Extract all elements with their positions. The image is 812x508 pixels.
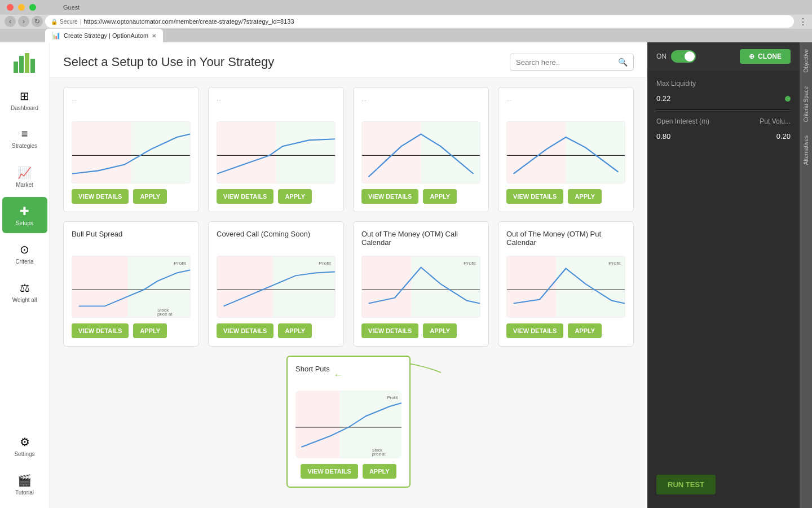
- apply-button-otm-put-calendar[interactable]: APPLY: [568, 323, 602, 338]
- strategy-card-top-1: ... VIEW DETAILS APPLY: [63, 87, 199, 212]
- svg-text:price at: price at: [157, 312, 173, 317]
- svg-rect-1: [19, 56, 24, 73]
- svg-rect-35: [295, 391, 339, 458]
- svg-rect-13: [507, 122, 566, 183]
- card-actions-top-3: VIEW DETAILS APPLY: [361, 189, 480, 204]
- card-chart-covered-call: Profit: [217, 256, 336, 318]
- svg-text:Profit: Profit: [608, 260, 621, 265]
- strategies-icon: ≡: [21, 128, 28, 141]
- close-window-btn[interactable]: [7, 4, 14, 11]
- open-interest-label: Open Interest (m): [656, 117, 709, 125]
- view-details-button-top-4[interactable]: VIEW DETAILS: [506, 189, 563, 204]
- tab-close-button[interactable]: ✕: [152, 33, 156, 39]
- secure-label: Secure: [60, 19, 78, 25]
- back-button[interactable]: ‹: [5, 16, 16, 27]
- dashboard-icon: ⊞: [20, 89, 29, 103]
- card-title-covered-call: Covered Call (Coming Soon): [217, 230, 336, 250]
- strategy-card-bull-put-spread: Bull Put Spread Profit Stock price at: [63, 221, 199, 347]
- sidebar-label-dashboard: Dashboard: [11, 105, 38, 111]
- strategy-card-top-3: ... VIEW DETAILS APPLY: [353, 87, 489, 212]
- apply-button-covered-call[interactable]: APPLY: [278, 323, 312, 338]
- run-test-button[interactable]: RUN TEST: [656, 475, 716, 494]
- strategy-card-otm-call-calendar: Out of The Money (OTM) Call Calendar Pro…: [353, 221, 489, 347]
- view-details-button-bull-put-spread[interactable]: VIEW DETAILS: [72, 323, 129, 338]
- search-bar[interactable]: 🔍: [510, 54, 634, 71]
- sidebar-item-market[interactable]: 📈 Market: [2, 159, 47, 195]
- guest-label: Guest: [63, 4, 80, 11]
- view-details-button-covered-call[interactable]: VIEW DETAILS: [217, 323, 273, 338]
- strategy-card-otm-put-calendar: Out of The Money (OTM) Put Calendar Prof…: [498, 221, 634, 347]
- clone-button[interactable]: ⊕ CLONE: [740, 49, 791, 64]
- search-input[interactable]: [516, 58, 614, 67]
- side-label-criteria-space[interactable]: Criteria Space: [803, 80, 809, 129]
- put-volume-value: 0.20: [776, 132, 791, 141]
- card-title-short-puts: Short Puts: [295, 365, 330, 385]
- apply-button-top-2[interactable]: APPLY: [278, 189, 312, 204]
- setups-icon: ✚: [20, 204, 29, 218]
- clone-icon: ⊕: [749, 52, 754, 60]
- apply-button-otm-call-calendar[interactable]: APPLY: [423, 323, 457, 338]
- forward-button[interactable]: ›: [18, 16, 29, 27]
- svg-rect-14: [566, 122, 625, 183]
- sidebar-item-weightall[interactable]: ⚖ Weight all: [2, 274, 47, 310]
- svg-rect-30: [507, 256, 556, 317]
- card-chart-bull-put-spread: Profit Stock price at: [72, 256, 191, 318]
- view-details-button-otm-call-calendar[interactable]: VIEW DETAILS: [361, 323, 418, 338]
- market-icon: 📈: [17, 166, 32, 179]
- svg-rect-3: [30, 59, 35, 73]
- svg-rect-2: [25, 53, 29, 73]
- put-volume-label: Put Volu...: [760, 117, 791, 125]
- sidebar-item-dashboard[interactable]: ⊞ Dashboard: [2, 82, 47, 118]
- svg-rect-36: [339, 391, 401, 458]
- browser-tab[interactable]: 📊 Create Strategy | OptionAutom... ✕: [45, 29, 163, 42]
- minimize-window-btn[interactable]: [18, 4, 25, 11]
- side-label-objective[interactable]: Objective: [803, 42, 809, 80]
- apply-button-bull-put-spread[interactable]: APPLY: [133, 323, 167, 338]
- panel-divider-1: [656, 110, 791, 111]
- view-details-button-short-puts[interactable]: VIEW DETAILS: [301, 464, 358, 479]
- url-text: https://www.optonautomator.com/member/cr…: [83, 18, 294, 25]
- refresh-button[interactable]: ↻: [32, 16, 43, 27]
- svg-rect-22: [217, 256, 273, 317]
- sidebar-item-settings[interactable]: ⚙ Settings: [2, 428, 47, 464]
- sidebar-label-market: Market: [16, 182, 33, 188]
- search-icon[interactable]: 🔍: [618, 58, 628, 67]
- cards-row-2: Bull Put Spread Profit Stock price at: [63, 221, 634, 347]
- apply-button-top-3[interactable]: APPLY: [423, 189, 457, 204]
- apply-button-top-4[interactable]: APPLY: [568, 189, 602, 204]
- maximize-window-btn[interactable]: [29, 4, 36, 11]
- card-actions-top-1: VIEW DETAILS APPLY: [72, 189, 191, 204]
- address-bar[interactable]: 🔒 Secure | https://www.optonautomator.co…: [45, 15, 794, 28]
- card-title-top-1: ...: [72, 95, 191, 116]
- svg-rect-8: [276, 122, 336, 183]
- view-details-button-top-3[interactable]: VIEW DETAILS: [361, 189, 418, 204]
- sidebar-item-tutorial[interactable]: 🎬 Tutorial: [2, 466, 47, 502]
- apply-button-short-puts[interactable]: APPLY: [363, 464, 396, 479]
- svg-rect-16: [72, 256, 128, 317]
- metric-max-liquidity: Max Liquidity: [656, 80, 791, 87]
- toggle-switch[interactable]: [671, 50, 696, 63]
- strategy-card-top-4: ... VIEW DETAILS APPLY: [498, 87, 634, 212]
- apply-button-top-1[interactable]: APPLY: [133, 189, 167, 204]
- card-title-top-4: ...: [506, 95, 625, 116]
- strategy-card-covered-call: Covered Call (Coming Soon) Profit VIEW D…: [208, 221, 344, 347]
- sidebar-label-strategies: Strategies: [12, 143, 37, 149]
- sidebar-item-criteria[interactable]: ⊙ Criteria: [2, 235, 47, 271]
- card-actions-top-4: VIEW DETAILS APPLY: [506, 189, 625, 204]
- card-actions-short-puts: VIEW DETAILS APPLY: [295, 464, 401, 479]
- card-chart-short-puts: Profit Stock price at: [295, 391, 401, 458]
- view-details-button-otm-put-calendar[interactable]: VIEW DETAILS: [506, 323, 563, 338]
- page-header: Select a Setup to Use in Your Strategy 🔍: [50, 42, 647, 78]
- side-label-alternatives[interactable]: Alternatives: [803, 129, 809, 172]
- sidebar-item-setups[interactable]: ✚ Setups: [2, 197, 47, 233]
- view-details-button-top-2[interactable]: VIEW DETAILS: [217, 189, 273, 204]
- card-title-otm-call-calendar: Out of The Money (OTM) Call Calendar: [361, 230, 480, 250]
- view-details-button-top-1[interactable]: VIEW DETAILS: [72, 189, 129, 204]
- svg-rect-0: [14, 62, 18, 73]
- sidebar-item-strategies[interactable]: ≡ Strategies: [2, 120, 47, 156]
- browser-menu-button[interactable]: ⋮: [798, 16, 807, 27]
- card-actions-top-2: VIEW DETAILS APPLY: [217, 189, 336, 204]
- card-actions-otm-put-calendar: VIEW DETAILS APPLY: [506, 323, 625, 338]
- sidebar-label-weightall: Weight all: [12, 297, 37, 303]
- svg-text:Profit: Profit: [319, 260, 331, 265]
